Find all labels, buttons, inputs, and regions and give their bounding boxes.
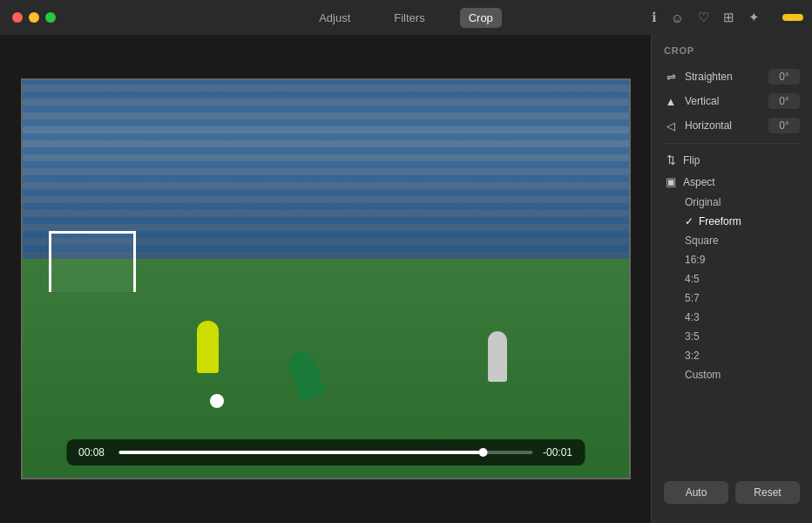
scrubber-fill [118, 451, 483, 454]
horizontal-row: ◁ Horizontal 0° [652, 113, 812, 138]
crop-handle-br[interactable] [620, 469, 631, 479]
crop-handle-bl[interactable] [21, 469, 31, 479]
aspect-item-freeform-label: Freeform [699, 215, 741, 228]
aspect-item-4-3[interactable]: 4:3 [657, 308, 807, 327]
crop-handle-tl[interactable] [21, 78, 31, 89]
panel-title: CROP [652, 45, 812, 65]
vertical-row: ▲ Vertical 0° [652, 89, 812, 113]
scrubber-track[interactable] [118, 451, 532, 454]
goal [49, 231, 136, 292]
aspect-item-3-5[interactable]: 3:5 [657, 327, 807, 346]
reset-button[interactable]: Reset [735, 481, 800, 504]
aspect-item-original[interactable]: Original [657, 193, 807, 212]
main-content: 00:08 -00:01 CROP ⇌ Straighten 0° ▲ Vert… [0, 35, 812, 523]
straighten-icon: ⇌ [664, 71, 678, 84]
window-controls [12, 12, 56, 23]
video-container[interactable]: 00:08 -00:01 [21, 78, 631, 479]
tab-adjust[interactable]: Adjust [310, 8, 359, 28]
vertical-label: Vertical [685, 95, 761, 107]
vertical-icon: ▲ [664, 95, 678, 108]
player-yellow [197, 321, 219, 373]
smiley-icon[interactable]: ☺ [671, 10, 684, 25]
aspect-list: Original ✓ Freeform Square 16:9 4:5 5:7 [652, 193, 812, 384]
aspect-item-3-5-label: 3:5 [685, 330, 700, 343]
aspect-item-16-9-label: 16:9 [685, 254, 705, 266]
aspect-item-square[interactable]: Square [657, 231, 807, 250]
video-scene [23, 80, 629, 478]
straighten-row: ⇌ Straighten 0° [652, 65, 812, 89]
aspect-item-3-2-label: 3:2 [685, 350, 700, 362]
aspect-item-4-3-label: 4:3 [685, 311, 700, 323]
player-right [488, 331, 507, 382]
video-area: 00:08 -00:01 [0, 35, 651, 523]
vertical-value[interactable]: 0° [768, 93, 800, 109]
aspect-item-16-9[interactable]: 16:9 [657, 250, 807, 269]
aspect-item-5-7[interactable]: 5:7 [657, 289, 807, 308]
video-controls: 00:08 -00:01 [66, 439, 585, 465]
aspect-icon: ▣ [664, 175, 678, 188]
horizontal-icon: ◁ [664, 119, 678, 132]
straighten-value[interactable]: 0° [768, 69, 800, 85]
done-button[interactable] [782, 14, 803, 21]
titlebar-icons: ℹ ☺ ♡ ⊞ ✦ [652, 10, 760, 25]
horizontal-label: Horizontal [685, 119, 761, 132]
ball [210, 394, 224, 408]
tab-filters[interactable]: Filters [385, 8, 433, 28]
aspect-item-freeform[interactable]: ✓ Freeform [657, 212, 807, 231]
divider-1 [664, 143, 800, 144]
maximize-button[interactable] [45, 12, 56, 23]
aspect-item-square-label: Square [685, 234, 719, 247]
aspect-item-4-5-label: 4:5 [685, 273, 700, 285]
flip-icon: ⇅ [664, 153, 678, 166]
crop-icon[interactable]: ⊞ [723, 10, 734, 25]
horizontal-value[interactable]: 0° [768, 118, 800, 133]
close-button[interactable] [12, 12, 23, 23]
aspect-item-custom-label: Custom [685, 369, 721, 381]
nav-tabs: Adjust Filters Crop [310, 8, 502, 28]
video-frame [21, 78, 631, 479]
titlebar: Adjust Filters Crop ℹ ☺ ♡ ⊞ ✦ [0, 0, 812, 35]
aspect-item-custom[interactable]: Custom [657, 365, 807, 384]
auto-button[interactable]: Auto [664, 481, 728, 504]
minimize-button[interactable] [29, 12, 39, 23]
aspect-item-5-7-label: 5:7 [685, 292, 700, 304]
straighten-label: Straighten [685, 71, 761, 83]
panel-bottom: Auto Reset [652, 472, 812, 513]
scrubber-thumb[interactable] [478, 448, 487, 457]
aspect-item-original-label: Original [685, 196, 721, 208]
wand-icon[interactable]: ✦ [748, 10, 760, 25]
flip-label: Flip [683, 154, 700, 166]
time-remaining: -00:01 [541, 446, 572, 458]
crop-handle-tr[interactable] [620, 78, 631, 89]
info-icon[interactable]: ℹ [652, 10, 657, 25]
aspect-item-4-5[interactable]: 4:5 [657, 269, 807, 289]
flip-row[interactable]: ⇅ Flip [652, 149, 812, 171]
right-panel: CROP ⇌ Straighten 0° ▲ Vertical 0° ◁ Hor… [651, 35, 812, 523]
aspect-label: Aspect [683, 176, 715, 188]
aspect-item-3-2[interactable]: 3:2 [657, 346, 807, 365]
heart-icon[interactable]: ♡ [698, 10, 709, 25]
checkmark-icon: ✓ [685, 215, 694, 228]
tab-crop[interactable]: Crop [460, 8, 502, 28]
time-current: 00:08 [78, 446, 110, 458]
aspect-row[interactable]: ▣ Aspect [652, 171, 812, 193]
